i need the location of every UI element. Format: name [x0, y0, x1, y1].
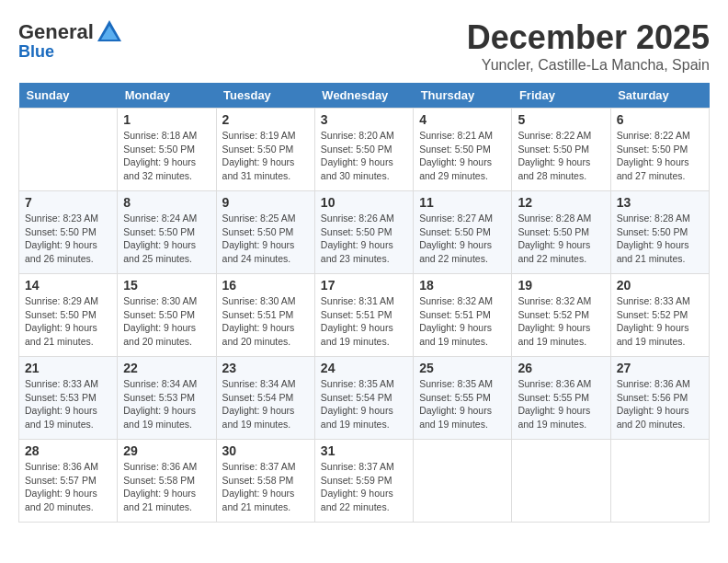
- calendar-cell: [414, 440, 512, 523]
- day-info: Sunrise: 8:35 AM Sunset: 5:55 PM Dayligh…: [419, 377, 506, 431]
- weekday-header-friday: Friday: [512, 83, 610, 109]
- day-number: 8: [123, 195, 210, 210]
- week-row-2: 7Sunrise: 8:23 AM Sunset: 5:50 PM Daylig…: [19, 191, 710, 274]
- day-number: 11: [419, 195, 506, 210]
- calendar-cell: 21Sunrise: 8:33 AM Sunset: 5:53 PM Dayli…: [19, 357, 118, 440]
- calendar-cell: 25Sunrise: 8:35 AM Sunset: 5:55 PM Dayli…: [414, 357, 512, 440]
- calendar-cell: 4Sunrise: 8:21 AM Sunset: 5:50 PM Daylig…: [414, 109, 512, 191]
- calendar-cell: 27Sunrise: 8:36 AM Sunset: 5:56 PM Dayli…: [610, 357, 709, 440]
- calendar-cell: 19Sunrise: 8:32 AM Sunset: 5:52 PM Dayli…: [512, 274, 610, 357]
- day-number: 23: [222, 361, 309, 375]
- calendar-cell: 8Sunrise: 8:24 AM Sunset: 5:50 PM Daylig…: [118, 191, 216, 274]
- day-info: Sunrise: 8:18 AM Sunset: 5:50 PM Dayligh…: [123, 129, 210, 183]
- week-row-1: 1Sunrise: 8:18 AM Sunset: 5:50 PM Daylig…: [19, 109, 710, 191]
- calendar-cell: 9Sunrise: 8:25 AM Sunset: 5:50 PM Daylig…: [216, 191, 314, 274]
- day-info: Sunrise: 8:31 AM Sunset: 5:51 PM Dayligh…: [321, 294, 407, 349]
- calendar-cell: 6Sunrise: 8:22 AM Sunset: 5:50 PM Daylig…: [610, 109, 709, 191]
- calendar-cell: 15Sunrise: 8:30 AM Sunset: 5:50 PM Dayli…: [118, 274, 216, 357]
- calendar-cell: 5Sunrise: 8:22 AM Sunset: 5:50 PM Daylig…: [512, 109, 610, 191]
- calendar-cell: 31Sunrise: 8:37 AM Sunset: 5:59 PM Dayli…: [314, 440, 413, 523]
- day-number: 15: [123, 278, 210, 293]
- day-info: Sunrise: 8:22 AM Sunset: 5:50 PM Dayligh…: [617, 129, 703, 183]
- day-info: Sunrise: 8:32 AM Sunset: 5:52 PM Dayligh…: [518, 294, 604, 349]
- calendar-cell: 30Sunrise: 8:37 AM Sunset: 5:58 PM Dayli…: [216, 440, 314, 523]
- month-title: December 2025: [467, 18, 710, 57]
- day-info: Sunrise: 8:27 AM Sunset: 5:50 PM Dayligh…: [419, 212, 506, 266]
- title-area: December 2025 Yuncler, Castille-La Manch…: [467, 18, 710, 74]
- day-info: Sunrise: 8:33 AM Sunset: 5:53 PM Dayligh…: [25, 377, 111, 431]
- calendar-cell: 17Sunrise: 8:31 AM Sunset: 5:51 PM Dayli…: [314, 274, 413, 357]
- weekday-header-sunday: Sunday: [19, 83, 118, 109]
- day-number: 25: [419, 361, 506, 375]
- day-info: Sunrise: 8:37 AM Sunset: 5:58 PM Dayligh…: [222, 460, 309, 514]
- calendar-cell: 1Sunrise: 8:18 AM Sunset: 5:50 PM Daylig…: [118, 109, 216, 191]
- day-info: Sunrise: 8:34 AM Sunset: 5:54 PM Dayligh…: [222, 377, 309, 431]
- weekday-header-wednesday: Wednesday: [314, 83, 413, 109]
- weekday-header-monday: Monday: [118, 83, 216, 109]
- day-number: 17: [321, 278, 407, 293]
- day-number: 20: [617, 278, 703, 293]
- day-info: Sunrise: 8:22 AM Sunset: 5:50 PM Dayligh…: [518, 129, 604, 183]
- logo-blue-text: Blue: [18, 42, 54, 62]
- calendar-cell: 23Sunrise: 8:34 AM Sunset: 5:54 PM Dayli…: [216, 357, 314, 440]
- day-number: 2: [222, 112, 309, 127]
- calendar-cell: 16Sunrise: 8:30 AM Sunset: 5:51 PM Dayli…: [216, 274, 314, 357]
- day-info: Sunrise: 8:25 AM Sunset: 5:50 PM Dayligh…: [222, 212, 309, 266]
- location-title: Yuncler, Castille-La Mancha, Spain: [467, 57, 710, 74]
- week-row-3: 14Sunrise: 8:29 AM Sunset: 5:50 PM Dayli…: [19, 274, 710, 357]
- day-info: Sunrise: 8:33 AM Sunset: 5:52 PM Dayligh…: [617, 294, 703, 349]
- day-number: 18: [419, 278, 506, 293]
- day-number: 3: [321, 112, 407, 127]
- day-number: 12: [518, 195, 604, 210]
- day-info: Sunrise: 8:24 AM Sunset: 5:50 PM Dayligh…: [123, 212, 210, 266]
- day-info: Sunrise: 8:26 AM Sunset: 5:50 PM Dayligh…: [321, 212, 407, 266]
- calendar-cell: 29Sunrise: 8:36 AM Sunset: 5:58 PM Dayli…: [118, 440, 216, 523]
- day-info: Sunrise: 8:36 AM Sunset: 5:58 PM Dayligh…: [123, 460, 210, 514]
- calendar-cell: 2Sunrise: 8:19 AM Sunset: 5:50 PM Daylig…: [216, 109, 314, 191]
- logo-icon: [96, 18, 123, 46]
- day-number: 5: [518, 112, 604, 127]
- header: General Blue December 2025 Yuncler, Cast…: [18, 18, 710, 74]
- logo-general: General: [18, 20, 94, 44]
- calendar-cell: [512, 440, 610, 523]
- day-info: Sunrise: 8:23 AM Sunset: 5:50 PM Dayligh…: [25, 212, 111, 266]
- calendar-cell: 7Sunrise: 8:23 AM Sunset: 5:50 PM Daylig…: [19, 191, 118, 274]
- calendar-cell: 24Sunrise: 8:35 AM Sunset: 5:54 PM Dayli…: [314, 357, 413, 440]
- day-info: Sunrise: 8:20 AM Sunset: 5:50 PM Dayligh…: [321, 129, 407, 183]
- day-number: 19: [518, 278, 604, 293]
- day-number: 10: [321, 195, 407, 210]
- day-info: Sunrise: 8:28 AM Sunset: 5:50 PM Dayligh…: [617, 212, 703, 266]
- calendar-cell: 20Sunrise: 8:33 AM Sunset: 5:52 PM Dayli…: [610, 274, 709, 357]
- day-number: 30: [222, 443, 309, 458]
- day-number: 31: [321, 443, 407, 458]
- day-number: 9: [222, 195, 309, 210]
- day-number: 29: [123, 443, 210, 458]
- day-number: 28: [25, 443, 111, 458]
- calendar-cell: [610, 440, 709, 523]
- calendar-cell: 10Sunrise: 8:26 AM Sunset: 5:50 PM Dayli…: [314, 191, 413, 274]
- day-info: Sunrise: 8:34 AM Sunset: 5:53 PM Dayligh…: [123, 377, 210, 431]
- day-number: 21: [25, 361, 111, 375]
- day-info: Sunrise: 8:36 AM Sunset: 5:57 PM Dayligh…: [25, 460, 111, 514]
- day-info: Sunrise: 8:35 AM Sunset: 5:54 PM Dayligh…: [321, 377, 407, 431]
- calendar-cell: 18Sunrise: 8:32 AM Sunset: 5:51 PM Dayli…: [414, 274, 512, 357]
- calendar: SundayMondayTuesdayWednesdayThursdayFrid…: [18, 83, 710, 523]
- weekday-header-tuesday: Tuesday: [216, 83, 314, 109]
- week-row-4: 21Sunrise: 8:33 AM Sunset: 5:53 PM Dayli…: [19, 357, 710, 440]
- day-number: 27: [617, 361, 703, 375]
- day-info: Sunrise: 8:36 AM Sunset: 5:55 PM Dayligh…: [518, 377, 604, 431]
- day-info: Sunrise: 8:30 AM Sunset: 5:50 PM Dayligh…: [123, 294, 210, 349]
- day-number: 1: [123, 112, 210, 127]
- day-info: Sunrise: 8:29 AM Sunset: 5:50 PM Dayligh…: [25, 294, 111, 349]
- calendar-cell: 26Sunrise: 8:36 AM Sunset: 5:55 PM Dayli…: [512, 357, 610, 440]
- calendar-cell: 14Sunrise: 8:29 AM Sunset: 5:50 PM Dayli…: [19, 274, 118, 357]
- day-number: 13: [617, 195, 703, 210]
- day-number: 4: [419, 112, 506, 127]
- day-number: 26: [518, 361, 604, 375]
- calendar-cell: 22Sunrise: 8:34 AM Sunset: 5:53 PM Dayli…: [118, 357, 216, 440]
- weekday-header-row: SundayMondayTuesdayWednesdayThursdayFrid…: [19, 83, 710, 109]
- week-row-5: 28Sunrise: 8:36 AM Sunset: 5:57 PM Dayli…: [19, 440, 710, 523]
- day-number: 7: [25, 195, 111, 210]
- calendar-cell: 28Sunrise: 8:36 AM Sunset: 5:57 PM Dayli…: [19, 440, 118, 523]
- day-info: Sunrise: 8:21 AM Sunset: 5:50 PM Dayligh…: [419, 129, 506, 183]
